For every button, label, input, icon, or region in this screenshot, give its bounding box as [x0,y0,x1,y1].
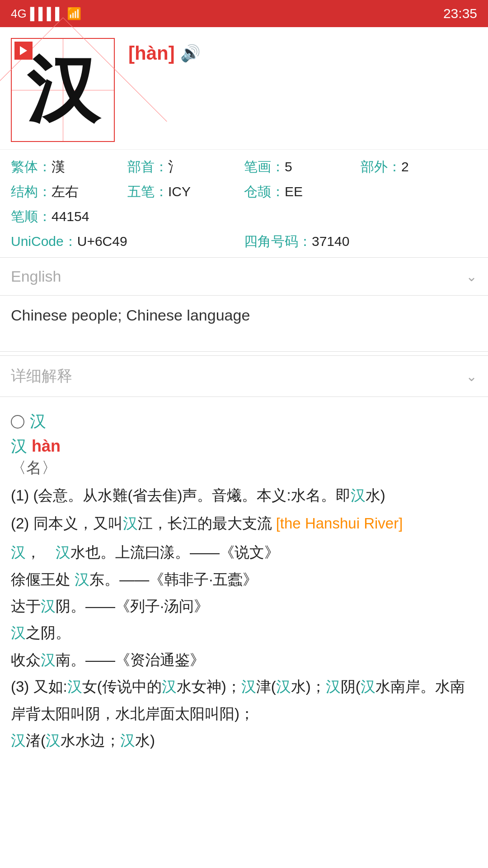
han-link-ex7b[interactable]: 汉 [46,732,61,749]
play-button[interactable] [14,42,33,60]
structure-val: 左右 [52,183,79,201]
pos-label: 〈名〉 [11,458,477,478]
han-link-ex4[interactable]: 汉 [11,624,26,641]
entry-2-num: (2) 同本义，又叫 [11,515,123,532]
sijiao-val: 37140 [312,234,349,249]
detail-circle-char: 汉 [30,410,46,433]
traditional-val: 漢 [52,158,65,176]
han-link-ex6e[interactable]: 汉 [326,678,341,695]
structure-label: 结构： [11,183,52,201]
cangjie-cell: 仓颉： EE [244,183,477,201]
example-5: 收众汉南。——《资治通鉴》 [11,646,477,673]
status-left: 4G ▌▌▌▌ 📶 [11,7,81,21]
circle-icon [11,415,24,429]
wubi-cell: 五笔： ICY [127,183,244,201]
han-link-ex6b[interactable]: 汉 [162,678,177,695]
bushou-cell: 部首： 氵 [127,158,244,176]
char-header: 汉 [hàn] 🔊 [0,27,488,150]
strokes-cell: 笔画： 5 [244,158,361,176]
english-section-header[interactable]: English ⌄ [0,257,488,296]
strokes-label: 笔画： [244,158,285,176]
bushou-label: 部首： [127,158,168,176]
translation-text: [the Hanshui River] [276,515,403,532]
bishun-val: 44154 [52,209,89,224]
cangjie-label: 仓颉： [244,183,285,201]
info-row-1: 繁体： 漢 部首： 氵 笔画： 5 部外： 2 [11,158,477,176]
char-info-right: [hàn] 🔊 [128,38,477,64]
han-link-ex6a[interactable]: 汉 [67,678,82,695]
han-link-ex7c[interactable]: 汉 [120,732,135,749]
han-link-ex2[interactable]: 汉 [75,571,89,588]
entry-1: (1) (会意。从水難(省去隹)声。音爔。本义:水名。即汉水) [11,483,477,508]
network-label: 4G [11,7,27,21]
info-row-4: UniCode： U+6C49 四角号码： 37140 [11,232,477,251]
info-row-3: 笔顺： 44154 [11,208,477,226]
entry-2: (2) 同本义，又叫汉江，长江的最大支流 [the Hanshui River] [11,511,477,536]
pinyin-line: [hàn] 🔊 [128,42,477,64]
entry-1-text: (会意。从水難(省去隹)声。音爔。本义:水名。即 [33,487,351,504]
signal-icon: ▌▌▌▌ [30,7,64,21]
han-link-1[interactable]: 汉 [351,487,366,504]
wubi-label: 五笔： [127,183,168,201]
han-link-ex6c[interactable]: 汉 [241,678,256,695]
entry-1-text2: 水) [366,487,385,504]
example-3: 达于汉阴。——《列子·汤问》 [11,593,477,619]
english-section-title: English [11,268,61,285]
han-link-ex6f[interactable]: 汉 [361,678,375,695]
detail-pinyin: hàn [32,437,61,455]
bushou-val: 氵 [168,158,182,176]
english-definition: Chinese people; Chinese language [0,296,488,352]
structure-cell: 结构： 左右 [11,183,127,201]
bishun-label: 笔顺： [11,208,52,226]
han-link-ex3[interactable]: 汉 [41,598,56,614]
info-row-2: 结构： 左右 五笔： ICY 仓颉： EE [11,183,477,201]
status-bar: 4G ▌▌▌▌ 📶 23:35 [0,0,488,27]
main-character: 汉 [27,54,99,126]
han-link-ex1b[interactable]: 汉 [56,544,70,561]
han-link-ex6d[interactable]: 汉 [276,678,291,695]
unicode-val: U+6C49 [77,234,127,249]
char-canvas[interactable]: 汉 [11,38,115,142]
han-link-2[interactable]: 汉 [123,515,138,532]
detail-char-link[interactable]: 汉 [11,437,27,455]
buwai-cell: 部外： 2 [361,158,477,176]
han-link-ex1[interactable]: 汉 [11,544,26,561]
example-2: 徐偃王处 汉东。——《韩非子·五蠹》 [11,566,477,593]
example-6: (3) 又如:汉女(传说中的汉水女神)；汉津(汉水)；汉阴(汉水南岸。水南岸背太… [11,673,477,727]
detail-chevron-icon: ⌄ [466,368,477,384]
traditional-cell: 繁体： 漢 [11,158,127,176]
english-chevron-icon: ⌄ [466,269,477,284]
cangjie-val: EE [285,184,303,199]
pinyin-text: [hàn] [128,42,175,64]
detail-section-title: 详细解释 [11,366,72,387]
strokes-val: 5 [285,159,292,175]
example-1: 汉， 汉水也。上流曰漾。——《说文》 [11,539,477,566]
entry-1-num: (1) [11,487,33,504]
han-link-ex5[interactable]: 汉 [41,651,56,668]
buwai-label: 部外： [361,158,401,176]
traditional-label: 繁体： [11,158,52,176]
speaker-icon[interactable]: 🔊 [180,44,201,63]
unicode-cell: UniCode： U+6C49 [11,232,244,251]
unicode-label: UniCode： [11,232,77,251]
sijiao-label: 四角号码： [244,232,312,251]
example-7: 汉渚(汉水水边；汉水) [11,727,477,754]
info-grid: 繁体： 漢 部首： 氵 笔画： 5 部外： 2 结构： 左右 五笔： ICY 仓… [0,150,488,251]
sijiao-cell: 四角号码： 37140 [244,232,477,251]
buwai-val: 2 [401,159,409,175]
example-4: 汉之阴。 [11,619,477,646]
detail-section-header[interactable]: 详细解释 ⌄ [0,355,488,397]
han-link-ex7a[interactable]: 汉 [11,732,26,749]
circle-char-line: 汉 [11,410,477,433]
wubi-val: ICY [168,184,191,199]
time-display: 23:35 [443,6,477,21]
detail-title-line: 汉 hàn [11,435,477,458]
wifi-icon: 📶 [67,7,81,21]
detail-section: 汉 汉 hàn 〈名〉 (1) (会意。从水難(省去隹)声。音爔。本义:水名。即… [0,397,488,754]
